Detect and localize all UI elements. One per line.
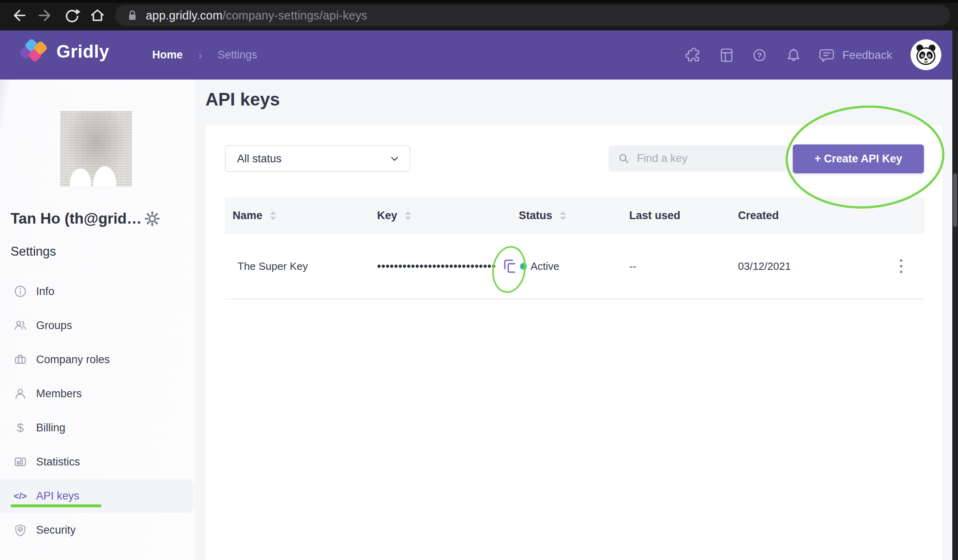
sidebar-item-api-keys[interactable]: </> API keys	[0, 479, 194, 513]
help-button[interactable]: ?	[750, 46, 769, 65]
browser-forward-button[interactable]	[36, 6, 55, 25]
annotation-underline	[11, 504, 101, 507]
sidebar-item-statistics[interactable]: Statistics	[0, 445, 194, 479]
notifications-button[interactable]	[784, 46, 803, 65]
feedback-button[interactable]: Feedback	[817, 30, 892, 80]
column-label: Name	[233, 209, 263, 222]
scrollbar-thumb[interactable]	[953, 173, 957, 227]
help-icon: ?	[751, 46, 768, 64]
integrations-button[interactable]	[684, 46, 703, 65]
account-avatar[interactable]	[911, 39, 941, 70]
brand-name: Gridly	[56, 41, 109, 62]
url-host: app.gridly.com	[146, 9, 222, 22]
app-header: Gridly Home › Settings ?	[0, 30, 958, 80]
window-top-edge	[0, 0, 958, 3]
search-icon	[618, 153, 630, 164]
gridly-logo[interactable]: Gridly	[18, 39, 109, 64]
search-box	[608, 145, 788, 172]
sidebar-item-members[interactable]: Members	[0, 377, 194, 411]
shield-icon	[13, 523, 27, 537]
browser-toolbar: app.gridly.com/company-settings/api-keys	[0, 0, 958, 30]
user-avatar-image	[60, 111, 132, 186]
column-header-created: Created	[738, 197, 779, 234]
code-icon: </>	[13, 489, 27, 503]
sidebar-item-label: Info	[36, 285, 54, 298]
status-dot	[520, 234, 527, 299]
masked-key-cell: ••••••••••••••••••••••••••••	[377, 234, 496, 299]
gridly-app-window: app.gridly.com/company-settings/api-keys…	[0, 0, 958, 560]
url-path: /company-settings/api-keys	[222, 9, 367, 22]
created-cell: 03/12/2021	[738, 234, 791, 299]
sidebar-item-label: API keys	[36, 490, 80, 502]
last-used-cell: --	[629, 234, 636, 299]
sidebar-item-label: Billing	[36, 422, 65, 434]
layout-panel-icon	[718, 46, 736, 64]
info-icon	[13, 284, 27, 298]
sidebar-section-title: Settings	[11, 244, 56, 259]
page-title: API keys	[205, 89, 280, 110]
sidebar-item-label: Company roles	[36, 353, 110, 366]
column-label: Created	[738, 209, 779, 222]
api-keys-card: All status + Create API Key Name Key Sta…	[205, 125, 943, 560]
sort-icon[interactable]	[405, 211, 411, 220]
bell-icon	[785, 46, 803, 64]
user-row: Tan Ho (th@grid…	[11, 210, 185, 227]
sort-icon[interactable]	[270, 211, 276, 220]
sidebar-item-groups[interactable]: Groups	[0, 308, 194, 342]
breadcrumb-current: Settings	[218, 49, 257, 61]
sidebar-item-security[interactable]: Security	[0, 513, 194, 547]
browser-back-button[interactable]	[9, 6, 28, 25]
sidebar-item-billing[interactable]: $ Billing	[0, 411, 194, 445]
table-header: Name Key Status Last used Created	[225, 197, 924, 234]
column-label: Last used	[629, 209, 680, 222]
sort-icon[interactable]	[560, 211, 566, 220]
svg-text:</>: </>	[14, 491, 27, 501]
column-label: Key	[377, 209, 397, 222]
feedback-label: Feedback	[842, 49, 892, 62]
scrollbar-track[interactable]	[952, 30, 958, 560]
breadcrumb-separator: ›	[198, 48, 202, 62]
sidebar-item-label: Statistics	[36, 456, 80, 468]
breadcrumb-home[interactable]: Home	[152, 49, 183, 61]
table-row[interactable]: The Super Key ••••••••••••••••••••••••••…	[225, 234, 924, 299]
svg-text:?: ?	[757, 51, 762, 60]
statistics-icon	[13, 455, 27, 469]
sidebar-item-info[interactable]: Info	[0, 274, 194, 308]
puzzle-icon	[684, 46, 702, 64]
copy-icon	[499, 257, 518, 276]
gear-icon[interactable]	[144, 211, 160, 227]
gridly-logo-mark	[18, 39, 51, 64]
row-actions-menu-button[interactable]	[893, 234, 909, 299]
column-header-status: Status	[519, 197, 566, 234]
chevron-down-icon	[389, 153, 400, 164]
column-header-last-used: Last used	[629, 197, 680, 234]
column-header-key: Key	[377, 197, 411, 234]
url-bar[interactable]: app.gridly.com/company-settings/api-keys	[115, 5, 950, 26]
svg-text:$: $	[17, 421, 24, 434]
column-label: Status	[519, 209, 552, 222]
column-header-name: Name	[233, 197, 276, 234]
url-text: app.gridly.com/company-settings/api-keys	[146, 9, 367, 22]
sidebar-item-label: Members	[36, 388, 82, 400]
status-filter-value: All status	[237, 153, 389, 165]
dollar-icon: $	[13, 421, 27, 435]
browser-home-button[interactable]	[88, 6, 107, 25]
sidebar-item-label: Groups	[36, 319, 72, 332]
browser-reload-button[interactable]	[62, 6, 81, 25]
status-cell: Active	[531, 234, 559, 299]
briefcase-icon	[13, 353, 27, 366]
layout-panel-button[interactable]	[717, 46, 736, 65]
member-icon	[13, 387, 27, 401]
copy-key-button[interactable]	[499, 234, 518, 299]
search-input[interactable]	[636, 152, 772, 165]
breadcrumb: Home › Settings	[152, 30, 257, 80]
key-name-cell: The Super Key	[237, 234, 308, 299]
feedback-chat-icon	[817, 46, 836, 64]
sidebar-item-label: Security	[36, 524, 76, 536]
lock-icon	[125, 9, 139, 22]
sidebar-item-company-roles[interactable]: Company roles	[0, 342, 194, 377]
settings-sidebar: Tan Ho (th@grid… Settings Info	[0, 80, 194, 560]
panda-avatar-icon	[913, 42, 939, 68]
create-api-key-button[interactable]: + Create API Key	[793, 144, 924, 173]
status-filter-dropdown[interactable]: All status	[225, 145, 410, 172]
